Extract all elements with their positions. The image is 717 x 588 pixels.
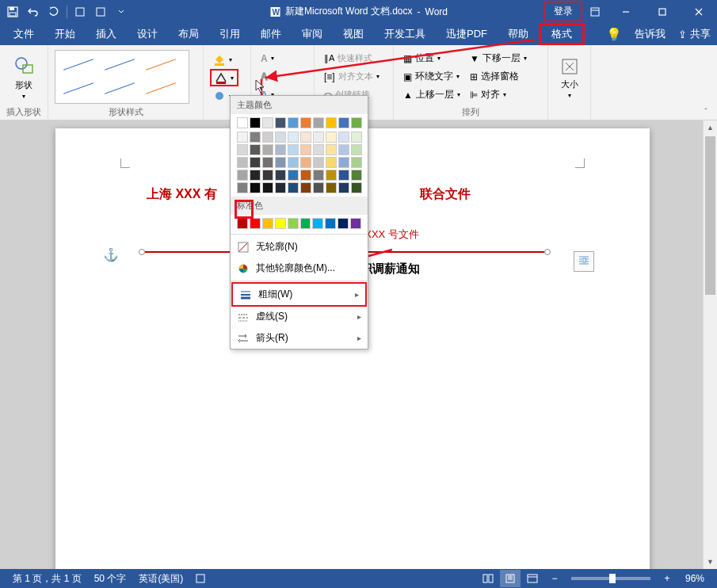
shape-fill-button[interactable]: ▾ bbox=[210, 51, 238, 68]
color-swatch[interactable] bbox=[326, 182, 337, 193]
language-indicator[interactable]: 英语(美国) bbox=[132, 572, 189, 586]
color-swatch[interactable] bbox=[275, 170, 286, 181]
color-swatch[interactable] bbox=[288, 132, 299, 143]
resize-handle[interactable] bbox=[544, 249, 551, 255]
color-swatch[interactable] bbox=[288, 218, 299, 229]
color-swatch[interactable] bbox=[338, 132, 349, 143]
color-swatch[interactable] bbox=[326, 157, 337, 168]
color-swatch[interactable] bbox=[250, 218, 261, 229]
tab-view[interactable]: 视图 bbox=[333, 23, 374, 45]
no-outline-item[interactable]: 无轮廓(N) bbox=[231, 236, 368, 258]
scroll-up-button[interactable]: ▲ bbox=[704, 120, 717, 135]
color-swatch[interactable] bbox=[326, 170, 337, 181]
color-swatch[interactable] bbox=[338, 144, 349, 155]
tab-home[interactable]: 开始 bbox=[44, 23, 86, 45]
arrows-submenu-item[interactable]: 箭头(R) ▸ bbox=[231, 327, 368, 349]
shape-style-gallery[interactable] bbox=[55, 50, 189, 104]
scroll-down-button[interactable]: ▼ bbox=[704, 555, 717, 569]
color-swatch[interactable] bbox=[300, 218, 311, 229]
shapes-button[interactable]: 形状 ▾ bbox=[6, 50, 41, 104]
color-swatch[interactable] bbox=[250, 117, 261, 128]
color-swatch[interactable] bbox=[300, 132, 311, 143]
collapse-ribbon-button[interactable]: ˆ bbox=[698, 105, 714, 118]
print-layout-button[interactable] bbox=[500, 570, 521, 587]
zoom-out-button[interactable]: − bbox=[544, 570, 565, 587]
tab-file[interactable]: 文件 bbox=[3, 23, 44, 45]
wrap-text-button[interactable]: ▣环绕文字▾ bbox=[400, 68, 463, 86]
color-swatch[interactable] bbox=[237, 157, 248, 168]
color-swatch[interactable] bbox=[262, 132, 273, 143]
color-swatch[interactable] bbox=[300, 157, 311, 168]
vertical-scrollbar[interactable]: ▲ ▼ bbox=[703, 120, 717, 569]
color-swatch[interactable] bbox=[351, 144, 362, 155]
qat-button-2[interactable] bbox=[91, 2, 110, 21]
color-swatch[interactable] bbox=[250, 144, 261, 155]
tab-insert[interactable]: 插入 bbox=[86, 23, 127, 45]
qat-button-1[interactable] bbox=[71, 2, 90, 21]
undo-button[interactable] bbox=[24, 2, 43, 21]
tab-design[interactable]: 设计 bbox=[127, 23, 168, 45]
color-swatch[interactable] bbox=[275, 117, 286, 128]
color-swatch[interactable] bbox=[313, 182, 324, 193]
minimize-button[interactable] bbox=[608, 0, 644, 23]
color-swatch[interactable] bbox=[300, 144, 311, 155]
tab-layout[interactable]: 布局 bbox=[168, 23, 209, 45]
close-button[interactable] bbox=[681, 0, 717, 23]
color-swatch[interactable] bbox=[288, 170, 299, 181]
color-swatch[interactable] bbox=[338, 170, 349, 181]
color-swatch[interactable] bbox=[300, 117, 311, 128]
color-swatch[interactable] bbox=[275, 157, 286, 168]
color-swatch[interactable] bbox=[351, 182, 362, 193]
position-button[interactable]: ▦位置▾ bbox=[400, 50, 463, 67]
color-swatch[interactable] bbox=[275, 182, 286, 193]
share-button[interactable]: ⇪ 共享 bbox=[678, 27, 711, 41]
dashes-submenu-item[interactable]: 虚线(S) ▸ bbox=[231, 306, 368, 327]
color-swatch[interactable] bbox=[237, 218, 248, 229]
color-swatch[interactable] bbox=[250, 182, 261, 193]
color-swatch[interactable] bbox=[250, 157, 261, 168]
color-swatch[interactable] bbox=[262, 144, 273, 155]
color-swatch[interactable] bbox=[313, 132, 324, 143]
scroll-thumb[interactable] bbox=[705, 136, 715, 295]
color-swatch[interactable] bbox=[313, 170, 324, 181]
web-layout-button[interactable] bbox=[522, 570, 543, 587]
color-swatch[interactable] bbox=[275, 144, 286, 155]
align-button[interactable]: ⊫对齐▾ bbox=[467, 86, 530, 104]
color-swatch[interactable] bbox=[288, 144, 299, 155]
shape-outline-button[interactable]: ▾ bbox=[210, 69, 238, 86]
zoom-in-button[interactable]: + bbox=[657, 570, 677, 587]
color-swatch[interactable] bbox=[326, 144, 337, 155]
resize-handle[interactable] bbox=[139, 249, 145, 255]
color-swatch[interactable] bbox=[275, 132, 286, 143]
color-swatch[interactable] bbox=[312, 218, 323, 229]
color-swatch[interactable] bbox=[300, 170, 311, 181]
color-swatch[interactable] bbox=[237, 117, 248, 128]
document-text[interactable]: 联合文件 bbox=[420, 186, 471, 203]
color-swatch[interactable] bbox=[262, 170, 273, 181]
redo-button[interactable] bbox=[44, 2, 63, 21]
layout-options-button[interactable] bbox=[574, 251, 594, 272]
zoom-slider[interactable] bbox=[571, 577, 650, 580]
tell-me-button[interactable]: 告诉我 bbox=[630, 23, 670, 45]
color-swatch[interactable] bbox=[338, 218, 349, 229]
size-button[interactable]: 大小 ▾ bbox=[555, 51, 584, 105]
page-indicator[interactable]: 第 1 页，共 1 页 bbox=[6, 572, 88, 586]
color-swatch[interactable] bbox=[288, 117, 299, 128]
color-swatch[interactable] bbox=[262, 157, 273, 168]
color-swatch[interactable] bbox=[237, 132, 248, 143]
color-swatch[interactable] bbox=[325, 218, 336, 229]
read-mode-button[interactable] bbox=[478, 570, 498, 587]
color-swatch[interactable] bbox=[250, 132, 261, 143]
macro-indicator[interactable] bbox=[189, 574, 212, 583]
color-swatch[interactable] bbox=[313, 144, 324, 155]
color-swatch[interactable] bbox=[350, 218, 361, 229]
color-swatch[interactable] bbox=[288, 157, 299, 168]
tab-format[interactable]: 格式 bbox=[539, 23, 585, 45]
quick-style-button[interactable]: ‖A快速样式 bbox=[321, 50, 383, 67]
color-swatch[interactable] bbox=[262, 218, 273, 229]
bring-forward-button[interactable]: ▲上移一层▾ bbox=[400, 86, 463, 104]
word-count[interactable]: 50 个字 bbox=[88, 572, 133, 586]
color-swatch[interactable] bbox=[326, 132, 337, 143]
color-swatch[interactable] bbox=[338, 157, 349, 168]
color-swatch[interactable] bbox=[250, 170, 261, 181]
